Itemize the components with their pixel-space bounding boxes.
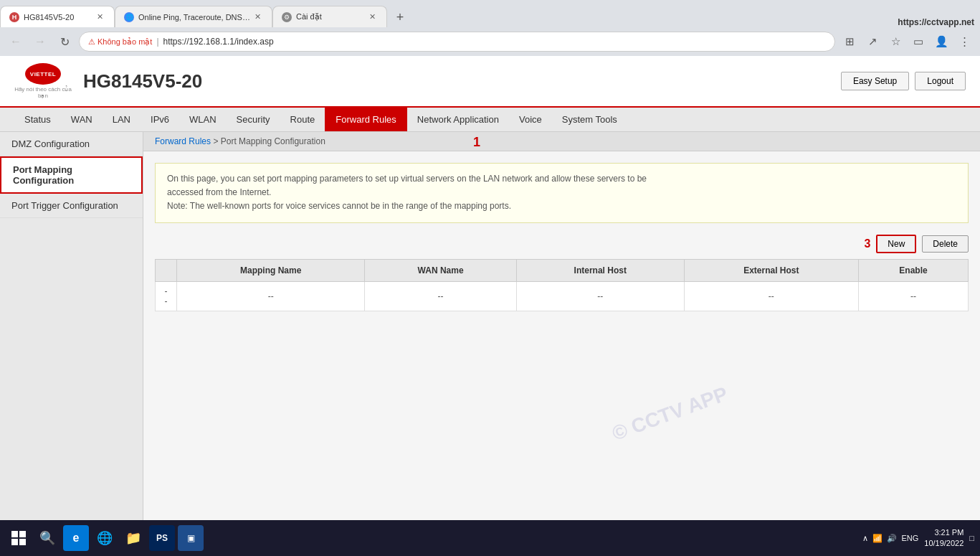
bookmark-button[interactable]: ☆ <box>885 32 905 52</box>
tab-settings[interactable]: ⚙ Cài đặt ✕ <box>272 6 387 27</box>
taskbar-start[interactable] <box>6 525 32 551</box>
row-enable: -- <box>858 281 968 311</box>
taskbar-time-area[interactable]: 3:21 PM 10/19/2022 <box>924 527 964 550</box>
nav-voice[interactable]: Voice <box>509 108 552 131</box>
row-internal-host: -- <box>516 281 684 311</box>
col-mapping-name: Mapping Name <box>177 259 365 281</box>
main-nav: Status WAN LAN IPv6 WLAN Security Route … <box>0 108 980 132</box>
router-header: VIETTEL Hãy nói theo cách của bạn HG8145… <box>0 56 980 108</box>
info-line3: Note: The well-known ports for voice ser… <box>167 201 511 211</box>
notification-icon[interactable]: □ <box>969 534 974 542</box>
taskbar: 🔍 e 🌐 📁 PS ▣ ∧ 📶 🔊 ENG 3:21 PM 10/19/202… <box>0 520 980 556</box>
info-line2: accessed from the Internet. <box>167 187 271 197</box>
taskbar-edge[interactable]: e <box>63 525 89 551</box>
nav-wan[interactable]: WAN <box>61 108 103 131</box>
nav-forward-rules[interactable]: Forward Rules <box>325 108 407 131</box>
row-external-host: -- <box>684 281 858 311</box>
tab-title-2: Online Ping, Traceroute, DNS loo... <box>138 13 252 22</box>
sidebar-item-port-trigger[interactable]: Port Trigger Configuration <box>0 194 143 218</box>
tab-close-1[interactable]: ✕ <box>94 11 105 23</box>
tab-hg8145[interactable]: H HG8145V5-20 ✕ <box>0 6 115 27</box>
col-external-host: External Host <box>684 259 858 281</box>
share-button[interactable]: ↗ <box>862 32 883 52</box>
url-text: https://192.168.1.1/index.asp <box>163 37 274 47</box>
tray-network-icon: 📶 <box>872 534 883 543</box>
taskbar-time: 3:21 PM <box>924 527 964 538</box>
table-actions: 3 New Delete <box>155 235 969 253</box>
logo-circle: VIETTEL <box>25 63 61 85</box>
corner-label: https://cctvapp.net <box>898 17 980 27</box>
info-box: On this page, you can set port mapping p… <box>155 163 969 223</box>
tray-volume-icon: 🔊 <box>887 534 897 543</box>
taskbar-powershell[interactable]: PS <box>149 525 175 551</box>
nav-lan[interactable]: LAN <box>103 108 141 131</box>
taskbar-right: ∧ 📶 🔊 ENG 3:21 PM 10/19/2022 □ <box>862 527 974 550</box>
sidebar-item-dmz[interactable]: DMZ Configuration <box>0 132 143 156</box>
new-tab-button[interactable]: + <box>390 7 410 27</box>
tab-close-3[interactable]: ✕ <box>366 11 378 23</box>
nav-wlan[interactable]: WLAN <box>179 108 227 131</box>
breadcrumb-current: Port Mapping Configuration <box>221 136 325 146</box>
col-enable: Enable <box>858 259 968 281</box>
separator: | <box>156 37 158 47</box>
breadcrumb-separator: > <box>213 136 220 146</box>
viettel-logo: VIETTEL Hãy nói theo cách của bạn <box>14 63 72 99</box>
tray-language: ENG <box>901 534 918 542</box>
taskbar-files[interactable]: 📁 <box>120 525 146 551</box>
nav-security[interactable]: Security <box>227 108 280 131</box>
taskbar-date: 10/19/2022 <box>924 538 964 549</box>
profile-button[interactable]: 👤 <box>931 32 951 52</box>
col-checkbox <box>156 259 177 281</box>
sidebar-toggle[interactable]: ▭ <box>908 32 928 52</box>
back-button[interactable]: ← <box>6 32 26 52</box>
port-mapping-table: Mapping Name WAN Name Internal Host Exte… <box>155 259 969 311</box>
nav-ipv6[interactable]: IPv6 <box>141 108 179 131</box>
system-tray: ∧ 📶 🔊 ENG <box>862 534 918 543</box>
delete-button[interactable]: Delete <box>922 235 969 253</box>
tab-title-1: HG8145V5-20 <box>24 13 94 22</box>
tab-title-3: Cài đặt <box>296 12 366 22</box>
row-checkbox: -- <box>156 281 177 311</box>
nav-network-application[interactable]: Network Application <box>407 108 509 131</box>
sidebar: DMZ Configuration 2 Port Mapping Configu… <box>0 132 143 520</box>
forward-button[interactable]: → <box>30 32 50 52</box>
svg-rect-2 <box>11 539 18 545</box>
reload-button[interactable]: ↻ <box>54 32 75 52</box>
tab-favicon-2: 🌐 <box>124 12 134 22</box>
col-internal-host: Internal Host <box>516 259 684 281</box>
nav-status[interactable]: Status <box>14 108 61 131</box>
security-warning: ⚠ Không bảo mật <box>88 37 152 47</box>
easy-setup-button[interactable]: Easy Setup <box>841 72 909 90</box>
breadcrumb: Forward Rules > Port Mapping Configurati… <box>143 132 980 151</box>
tab-close-2[interactable]: ✕ <box>252 11 263 23</box>
tray-arrow[interactable]: ∧ <box>862 534 868 543</box>
step1-label: 1 <box>473 135 480 150</box>
warning-icon: ⚠ <box>88 37 95 47</box>
new-button[interactable]: New <box>876 235 916 253</box>
watermark: © CCTV APP <box>609 382 731 446</box>
col-wan-name: WAN Name <box>365 259 517 281</box>
main-content: Forward Rules > Port Mapping Configurati… <box>143 132 980 520</box>
tab-favicon-3: ⚙ <box>282 12 292 22</box>
content-area: DMZ Configuration 2 Port Mapping Configu… <box>0 132 980 520</box>
row-wan-name: -- <box>365 281 517 311</box>
taskbar-app1[interactable]: ▣ <box>178 525 204 551</box>
tab-favicon-1: H <box>9 12 19 22</box>
taskbar-search[interactable]: 🔍 <box>34 525 60 551</box>
logout-button[interactable]: Logout <box>915 72 966 90</box>
nav-system-tools[interactable]: System Tools <box>552 108 627 131</box>
svg-rect-0 <box>11 531 18 537</box>
logo-slogan: Hãy nói theo cách của bạn <box>14 86 72 99</box>
sidebar-item-port-mapping[interactable]: Port Mapping Configuration <box>0 156 143 194</box>
svg-rect-3 <box>19 539 26 545</box>
translate-button[interactable]: ⊞ <box>839 32 860 52</box>
menu-button[interactable]: ⋮ <box>954 32 974 52</box>
table-row: -- -- -- -- -- -- <box>156 281 969 311</box>
router-title: HG8145V5-20 <box>83 70 202 93</box>
breadcrumb-parent[interactable]: Forward Rules <box>155 136 211 146</box>
address-bar[interactable]: ⚠ Không bảo mật | https://192.168.1.1/in… <box>79 32 835 52</box>
taskbar-chrome[interactable]: 🌐 <box>92 525 118 551</box>
nav-route[interactable]: Route <box>280 108 325 131</box>
row-mapping-name: -- <box>177 281 365 311</box>
tab-ping[interactable]: 🌐 Online Ping, Traceroute, DNS loo... ✕ <box>115 6 272 27</box>
